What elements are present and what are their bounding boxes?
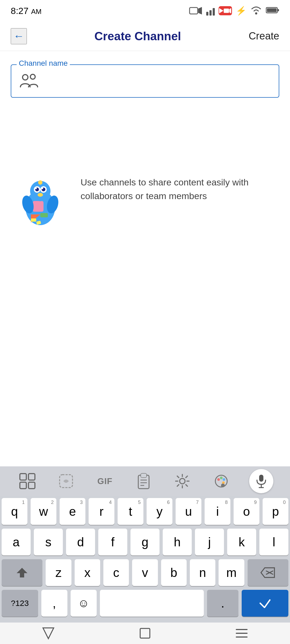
- keyboard-rows: q1 w2 e3 r4 t5 y6 u7 i8 o9 p0 a s d f g …: [0, 496, 290, 623]
- svg-point-44: [221, 484, 225, 487]
- svg-rect-13: [40, 213, 48, 217]
- status-icons: ⚡: [189, 6, 279, 16]
- svg-rect-45: [259, 475, 263, 482]
- key-k[interactable]: k: [227, 529, 256, 555]
- svg-rect-6: [277, 9, 279, 11]
- key-c[interactable]: c: [103, 559, 129, 586]
- nav-menu-button[interactable]: [231, 625, 252, 641]
- svg-point-38: [180, 478, 185, 484]
- svg-marker-48: [17, 568, 27, 577]
- create-button[interactable]: Create: [249, 30, 279, 42]
- keyboard-apps-button[interactable]: [17, 470, 38, 492]
- keyboard-row-1: q1 w2 e3 r4 t5 y6 u7 i8 o9 p0: [2, 498, 288, 525]
- svg-point-41: [220, 477, 223, 479]
- svg-rect-11: [33, 201, 44, 212]
- keyboard-gif-button[interactable]: GIF: [94, 470, 116, 492]
- svg-point-8: [23, 75, 28, 80]
- keyboard-area: GIF: [0, 466, 290, 623]
- keyboard-sticker-button[interactable]: [55, 470, 77, 492]
- key-x[interactable]: x: [75, 559, 100, 586]
- status-time: 8:27 AM: [11, 6, 42, 16]
- key-f[interactable]: f: [98, 529, 127, 555]
- svg-point-22: [38, 180, 42, 185]
- svg-point-42: [223, 478, 225, 481]
- key-v[interactable]: v: [132, 559, 158, 586]
- key-n[interactable]: n: [190, 559, 215, 586]
- key-o[interactable]: o9: [234, 498, 259, 525]
- svg-rect-29: [20, 482, 26, 489]
- svg-point-4: [255, 12, 257, 14]
- key-comma[interactable]: ,: [41, 590, 67, 617]
- content-area: Channel name: [0, 51, 290, 232]
- hint-text: Use channels to share content easily wit…: [81, 173, 274, 203]
- key-h[interactable]: h: [163, 529, 192, 555]
- people-icon: [19, 73, 39, 89]
- key-s[interactable]: s: [34, 529, 63, 555]
- key-z[interactable]: z: [46, 559, 71, 586]
- key-enter[interactable]: [242, 590, 288, 617]
- channel-name-label: Channel name: [17, 59, 70, 68]
- svg-marker-49: [261, 568, 274, 577]
- key-m[interactable]: m: [219, 559, 244, 586]
- key-period[interactable]: .: [207, 590, 238, 617]
- key-a[interactable]: a: [2, 529, 31, 555]
- top-navigation: ← Create Channel Create: [0, 21, 290, 51]
- status-bar: 8:27 AM ⚡: [0, 0, 290, 21]
- channel-name-input-container[interactable]: Channel name: [11, 64, 279, 98]
- key-q[interactable]: q1: [2, 498, 27, 525]
- key-space[interactable]: [100, 590, 204, 617]
- svg-rect-53: [140, 628, 150, 638]
- svg-rect-7: [267, 8, 277, 12]
- key-d[interactable]: d: [66, 529, 95, 555]
- back-arrow-icon: ←: [13, 30, 24, 42]
- svg-rect-2: [224, 9, 229, 13]
- key-i[interactable]: i8: [205, 498, 230, 525]
- nav-home-button[interactable]: [134, 625, 156, 641]
- key-r[interactable]: r4: [89, 498, 114, 525]
- svg-point-40: [217, 478, 220, 481]
- keyboard-mic-button[interactable]: [249, 469, 273, 493]
- svg-rect-30: [28, 482, 35, 489]
- key-numbers[interactable]: ?123: [2, 590, 38, 617]
- svg-point-21: [38, 193, 43, 197]
- svg-marker-1: [198, 7, 202, 14]
- back-button[interactable]: ←: [11, 28, 27, 44]
- navigation-bar: [0, 623, 290, 644]
- keyboard-toolbar: GIF: [0, 466, 290, 496]
- keyboard-clipboard-button[interactable]: [133, 470, 154, 492]
- input-icon-area: [19, 73, 271, 89]
- keyboard-settings-button[interactable]: [172, 470, 193, 492]
- video-icon: [189, 6, 202, 16]
- key-y[interactable]: y6: [147, 498, 172, 525]
- mascot-illustration: [16, 173, 70, 232]
- key-g[interactable]: g: [130, 529, 160, 555]
- keyboard-row-3: z x c v b n m: [2, 559, 288, 586]
- key-e[interactable]: e3: [60, 498, 85, 525]
- wifi-icon: [250, 6, 262, 16]
- keyboard-palette-button[interactable]: [211, 470, 232, 492]
- key-emoji[interactable]: ☺: [71, 590, 97, 617]
- svg-rect-14: [31, 218, 36, 222]
- key-shift[interactable]: [2, 559, 42, 586]
- key-l[interactable]: l: [259, 529, 288, 555]
- keyboard-row-2: a s d f g h j k l: [2, 529, 288, 555]
- svg-marker-3: [229, 8, 231, 13]
- key-u[interactable]: u7: [176, 498, 201, 525]
- gif-label: GIF: [97, 476, 113, 486]
- bluetooth-icon: ⚡: [236, 6, 247, 16]
- nav-back-button[interactable]: [38, 625, 59, 641]
- keyboard-row-4: ?123 , ☺ .: [2, 590, 288, 617]
- key-backspace[interactable]: [248, 559, 288, 586]
- key-t[interactable]: t5: [118, 498, 143, 525]
- svg-point-26: [42, 188, 43, 189]
- hint-section: Use channels to share content easily wit…: [11, 173, 279, 232]
- svg-point-9: [30, 74, 35, 79]
- svg-rect-27: [20, 474, 26, 480]
- svg-rect-0: [190, 8, 198, 14]
- battery-icon: [266, 6, 279, 15]
- key-b[interactable]: b: [161, 559, 187, 586]
- key-p[interactable]: p0: [263, 498, 288, 525]
- record-icon: [219, 6, 232, 15]
- key-w[interactable]: w2: [31, 498, 56, 525]
- key-j[interactable]: j: [195, 529, 224, 555]
